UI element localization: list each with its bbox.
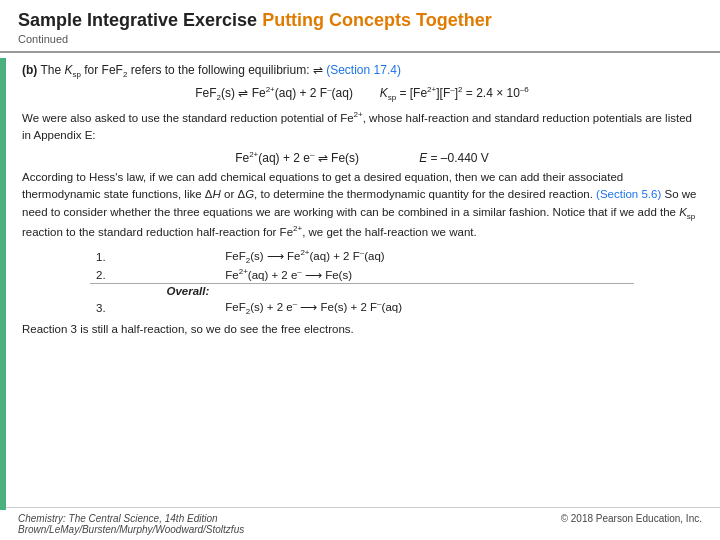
header: Sample Integrative Exercise Putting Conc…	[0, 0, 720, 53]
overall-spacer	[219, 283, 634, 298]
reactions-table: 1. FeF2(s) ⟶ Fe2+(aq) + 2 F–(aq) 2. Fe2+…	[90, 247, 634, 317]
half-reaction-equation: Fe2+(aq) + 2 e– ⇌ Fe(s) E = –0.440 V	[22, 150, 702, 165]
half-right: Fe(s)	[331, 151, 359, 165]
equilibrium-equation: FeF2(s) ⇌ Fe2+(aq) + 2 F–(aq) Ksp = [Fe2…	[22, 85, 702, 102]
reaction-num-2: 2.	[90, 266, 219, 283]
footer: Chemistry: The Central Science, 14th Edi…	[0, 507, 720, 540]
left-accent-bar	[0, 58, 6, 510]
intro-text: The Ksp for FeF2 refers to the following…	[40, 63, 326, 77]
paragraph-1: We were also asked to use the standard r…	[22, 109, 702, 144]
table-row: 1. FeF2(s) ⟶ Fe2+(aq) + 2 F–(aq)	[90, 247, 634, 266]
title-highlight: Putting Concepts Together	[262, 10, 492, 30]
section-b-intro: (b) The Ksp for FeF2 refers to the follo…	[22, 63, 702, 79]
page: Sample Integrative Exercise Putting Conc…	[0, 0, 720, 540]
page-title: Sample Integrative Exercise Putting Conc…	[18, 10, 702, 31]
footer-copyright: © 2018 Pearson Education, Inc.	[561, 513, 702, 535]
e-value: E = –0.440 V	[419, 151, 489, 165]
reaction-num-3: 3.	[90, 298, 219, 317]
reaction-eq-1: FeF2(s) ⟶ Fe2+(aq) + 2 F–(aq)	[219, 247, 634, 266]
closing-paragraph: Reaction 3 is still a half-reaction, so …	[22, 323, 702, 335]
footer-authors: Brown/LeMay/Bursten/Murphy/Woodward/Stol…	[18, 524, 244, 535]
footer-title: Chemistry: The Central Science, 14th Edi…	[18, 513, 218, 524]
main-content: (b) The Ksp for FeF2 refers to the follo…	[0, 53, 720, 507]
header-subtitle: Continued	[18, 33, 702, 45]
half-left: Fe2+(aq) + 2 e–	[235, 151, 314, 165]
eq1-ksp: Ksp = [Fe2+][F–]2 = 2.4 × 10–6	[380, 86, 529, 100]
section-b-label: (b)	[22, 63, 37, 77]
table-row: 2. Fe2+(aq) + 2 e– ⟶ Fe(s)	[90, 266, 634, 283]
overall-label: Overall:	[90, 283, 219, 298]
section-ref: (Section 17.4)	[326, 63, 401, 77]
title-plain: Sample Integrative Exercise	[18, 10, 262, 30]
eq1-left: FeF2(s) ⇌ Fe2+(aq) + 2 F–(aq)	[195, 86, 353, 100]
table-row: 3. FeF2(s) + 2 e– ⟶ Fe(s) + 2 F–(aq)	[90, 298, 634, 317]
half-arrow: ⇌	[318, 151, 331, 165]
footer-citation: Chemistry: The Central Science, 14th Edi…	[18, 513, 244, 535]
table-row-overall: Overall:	[90, 283, 634, 298]
section-ref2: (Section 5.6)	[596, 188, 661, 200]
reaction-eq-2: Fe2+(aq) + 2 e– ⟶ Fe(s)	[219, 266, 634, 283]
reaction-eq-3: FeF2(s) + 2 e– ⟶ Fe(s) + 2 F–(aq)	[219, 298, 634, 317]
paragraph-2: According to Hess's law, if we can add c…	[22, 169, 702, 241]
reaction-num-1: 1.	[90, 247, 219, 266]
